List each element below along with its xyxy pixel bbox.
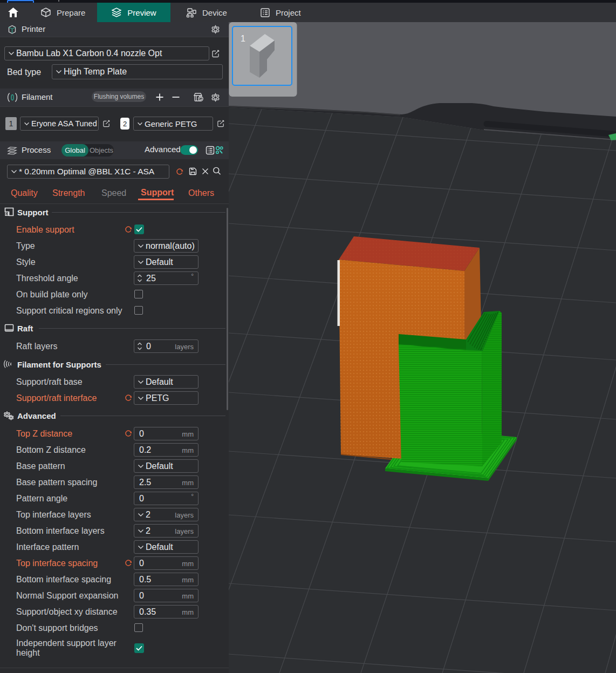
svg-text:1: 1 bbox=[241, 34, 245, 43]
